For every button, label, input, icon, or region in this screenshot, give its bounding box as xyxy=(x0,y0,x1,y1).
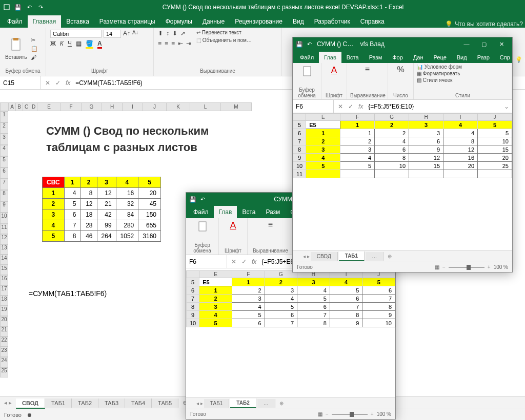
w2-tab-home[interactable]: Глав xyxy=(214,206,237,218)
w3-tab-help1[interactable]: Спр xyxy=(495,52,515,63)
merge-button[interactable]: ⬚ Объединить и пом… xyxy=(196,37,252,43)
fx-icon[interactable]: fx xyxy=(66,79,70,87)
w3-tab-formulas[interactable]: Фор xyxy=(387,52,408,63)
w2-tab-layout[interactable]: Разм xyxy=(260,206,285,218)
decrease-font-icon[interactable]: A↓ xyxy=(132,30,138,38)
increase-font-icon[interactable]: A↑ xyxy=(123,30,130,38)
w2-sheet-more[interactable]: … xyxy=(257,399,275,408)
w2-paste-button[interactable] xyxy=(189,219,215,235)
w3-tab-data[interactable]: Дан xyxy=(408,52,429,63)
w2-sheet-tab2[interactable]: ТАБ2 xyxy=(230,398,256,408)
sheet-tab-ТАБ5[interactable]: ТАБ5 xyxy=(152,398,178,408)
sheet-tab-СВОД[interactable]: СВОД xyxy=(16,398,45,409)
record-macro-icon[interactable]: ⏺ xyxy=(27,412,32,418)
nav-arrows-icon[interactable]: ◂ ▸ xyxy=(303,254,310,259)
tab-view[interactable]: Вид xyxy=(288,15,309,28)
indent-dec-icon[interactable]: ⇤ xyxy=(178,40,183,47)
font-color-icon[interactable]: A xyxy=(97,40,102,49)
add-sheet-icon[interactable]: ⊕ xyxy=(385,254,395,259)
w2-grid[interactable]: EFGHIJ 5E5123456123456723456783456789456… xyxy=(186,270,395,327)
w3-align[interactable]: ≡ xyxy=(350,64,385,75)
minimize-icon[interactable]: — xyxy=(459,41,474,48)
zoom-in-icon[interactable]: + xyxy=(371,411,374,417)
tab-insert[interactable]: Вставка xyxy=(61,15,94,28)
w3-paste[interactable] xyxy=(296,64,318,79)
brush-icon[interactable]: 🖌 xyxy=(31,54,38,60)
nav-arrows-icon[interactable]: ◂ ▸ xyxy=(196,401,203,406)
fx-icon[interactable]: fx xyxy=(358,103,363,110)
name-box[interactable]: C15 xyxy=(0,76,41,89)
view-normal-icon[interactable]: ▦ xyxy=(318,411,322,417)
w2-align-button[interactable]: ≡ xyxy=(251,219,290,230)
bold-button[interactable]: Ж xyxy=(50,40,56,49)
w2-tab-insert[interactable]: Вста xyxy=(237,206,260,218)
tell-me[interactable]: 💡 Что вы хотите сделать? xyxy=(445,20,523,28)
align-middle-icon[interactable]: ↕ xyxy=(166,30,169,37)
tab-help[interactable]: Справка xyxy=(355,15,390,28)
cut-icon[interactable]: ✂ xyxy=(31,37,38,44)
save-icon[interactable]: 💾 xyxy=(14,4,22,11)
w2-namebox[interactable]: F6 xyxy=(186,255,227,268)
w2-font-button[interactable]: A xyxy=(222,219,244,232)
cancel-icon[interactable]: ✕ xyxy=(231,258,236,265)
zoom-out-icon[interactable]: − xyxy=(442,264,446,270)
tab-data[interactable]: Данные xyxy=(197,15,230,28)
w3-sheet-svod[interactable]: СВОД xyxy=(311,252,338,261)
tab-home[interactable]: Главная xyxy=(28,15,62,28)
w3-tab-view[interactable]: Вид xyxy=(452,52,472,63)
enter-icon[interactable]: ✓ xyxy=(241,258,247,265)
border-icon[interactable]: ▦ xyxy=(76,40,82,49)
underline-button[interactable]: Ч xyxy=(68,40,72,49)
zoom-out-icon[interactable]: − xyxy=(326,411,329,417)
w3-tab-layout[interactable]: Разм xyxy=(364,52,388,63)
fill-color-icon[interactable]: 🪣 xyxy=(86,40,93,49)
enter-icon[interactable]: ✓ xyxy=(348,103,353,110)
redo-icon[interactable]: ↷ xyxy=(37,4,44,11)
fx-icon[interactable]: fx xyxy=(252,258,256,265)
tab-review[interactable]: Рецензирование xyxy=(230,15,288,28)
w3-tab-dev[interactable]: Разр xyxy=(472,52,495,63)
sheet-tab-ТАБ2[interactable]: ТАБ2 xyxy=(72,398,98,408)
w3-tab-file[interactable]: Файл xyxy=(295,52,319,63)
maximize-icon[interactable]: ▢ xyxy=(476,41,492,48)
w3-format-table[interactable]: ▦ Форматировать xyxy=(417,71,509,76)
w3-font[interactable]: A xyxy=(325,64,344,77)
tab-file[interactable]: Файл xyxy=(2,15,28,28)
w3-tab-home[interactable]: Глав xyxy=(319,52,341,63)
tab-layout[interactable]: Разметка страницы xyxy=(94,15,160,28)
paste-button[interactable]: Вставить xyxy=(4,30,28,67)
w3-tab-review[interactable]: Реце xyxy=(428,52,451,63)
italic-button[interactable]: К xyxy=(60,40,64,49)
zoom-in-icon[interactable]: + xyxy=(488,264,491,270)
w3-sheet-tab1[interactable]: ТАБ1 xyxy=(339,251,365,261)
font-size[interactable] xyxy=(104,30,121,38)
child-window-3[interactable]: 💾↶ СУММ () С… vfs Влад — ▢ ✕ Файл Глав В… xyxy=(292,37,513,272)
w3-cond-format[interactable]: 📊 Условное форм xyxy=(417,64,509,70)
save-icon[interactable]: 💾 xyxy=(189,196,196,203)
w2-sheet-tab1[interactable]: ТАБ1 xyxy=(204,399,230,408)
w3-sheet-more[interactable]: … xyxy=(366,252,383,261)
w3-formula[interactable]: {=F5:J5*E6:E10} xyxy=(367,102,501,111)
tab-formulas[interactable]: Формулы xyxy=(160,15,197,28)
wrap-text-button[interactable]: ↩ Перенести текст xyxy=(196,30,252,35)
font-name[interactable] xyxy=(50,30,102,38)
align-bottom-icon[interactable]: ⬇ xyxy=(172,30,177,37)
w3-cell-styles[interactable]: ▨ Стили ячеек xyxy=(417,77,509,83)
sheet-tab-ТАБ4[interactable]: ТАБ4 xyxy=(125,398,152,408)
align-top-icon[interactable]: ⬆ xyxy=(158,30,163,37)
undo-icon[interactable]: ↶ xyxy=(26,4,33,11)
w3-number[interactable]: % xyxy=(391,64,410,75)
add-sheet-icon[interactable]: ⊕ xyxy=(276,401,287,406)
autosave-icon[interactable] xyxy=(3,4,10,11)
w2-tab-file[interactable]: Файл xyxy=(188,206,214,218)
cancel-icon[interactable]: ✕ xyxy=(338,103,343,110)
copy-icon[interactable]: 📋 xyxy=(31,46,38,52)
undo-icon[interactable]: ↶ xyxy=(200,196,205,203)
tab-developer[interactable]: Разработчик xyxy=(309,15,355,28)
undo-icon[interactable]: ↶ xyxy=(307,41,312,48)
enter-icon[interactable]: ✓ xyxy=(55,79,60,87)
w3-grid[interactable]: EFGHIJ 5E5123456112345722468108336912159… xyxy=(293,113,512,178)
w3-namebox[interactable]: F6 xyxy=(293,100,334,113)
nav-arrows-icon[interactable]: ◂ ▸ xyxy=(0,400,16,406)
save-icon[interactable]: 💾 xyxy=(296,41,303,48)
